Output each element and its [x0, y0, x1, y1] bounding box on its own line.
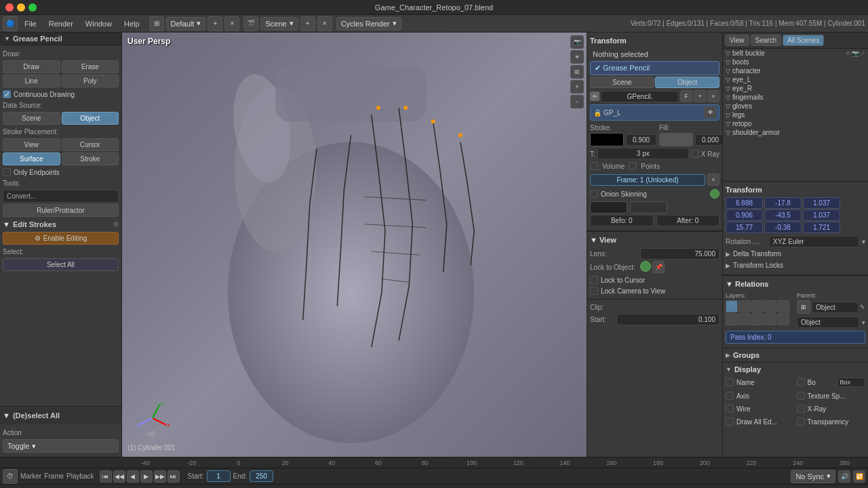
transform-header[interactable]: Transform [590, 35, 719, 47]
grease-pencil-header[interactable]: ▼ Grease Pencil [0, 33, 121, 45]
fill-color-swatch[interactable] [659, 133, 693, 146]
prev-frame-btn[interactable]: ◀ [127, 470, 139, 483]
display-header[interactable]: ▼ Display [726, 365, 865, 373]
onion-after-swatch[interactable] [630, 201, 667, 214]
relations-header[interactable]: ▼ Relations [726, 279, 865, 291]
clip-start-value[interactable]: 0.100 [616, 314, 719, 325]
parent-dropdown-value[interactable]: Object [797, 317, 859, 328]
stroke-color-swatch[interactable] [590, 133, 624, 146]
wire-checkbox[interactable] [726, 405, 734, 413]
after-value[interactable]: After: 0 [656, 215, 720, 226]
start-frame-input[interactable]: 1 [207, 470, 231, 482]
view-btn-outliner[interactable]: View [725, 35, 749, 46]
layout-dropdown[interactable]: Default▾ [166, 17, 206, 30]
lock-obj-btn[interactable]: 📌 [652, 261, 665, 273]
line-button[interactable]: Line [3, 75, 60, 87]
toggle-dropdown[interactable]: Toggle▾ [3, 439, 119, 453]
box-value[interactable]: Box [837, 378, 866, 387]
sun-icon[interactable]: ☀ [570, 50, 584, 64]
rotation-mode[interactable]: XYZ Euler [769, 236, 859, 247]
texture-checkbox[interactable] [797, 392, 805, 400]
goto-end-btn[interactable]: ⏭ [167, 470, 180, 483]
layer-cell-1[interactable] [738, 300, 751, 312]
deselect-header[interactable]: ▼ (De)select All [3, 409, 119, 422]
xray-checkbox[interactable] [797, 405, 805, 413]
name-checkbox[interactable] [726, 378, 734, 386]
cursor-btn[interactable]: Cursor [62, 138, 119, 151]
object-tab[interactable]: Object [655, 77, 719, 88]
view-btn[interactable]: View [3, 138, 60, 151]
edit-strokes-header[interactable]: ▼ Edit Strokes [3, 218, 119, 230]
y1-input[interactable]: 0.906 [726, 209, 763, 221]
frame-input[interactable]: Frame: 1 (Unlocked) [590, 174, 705, 186]
end-frame-input[interactable]: 250 [250, 470, 273, 482]
only-endpoints-checkbox[interactable] [3, 168, 11, 176]
layer-cell-2[interactable] [751, 300, 764, 312]
menu-help[interactable]: Help [119, 18, 145, 29]
audio-icon[interactable]: 🔊 [838, 470, 850, 483]
outliner-item-boots[interactable]: ▽ boots [723, 58, 868, 66]
zoom-out-icon[interactable]: − [570, 95, 584, 108]
onion-checkbox[interactable] [590, 190, 598, 198]
gp-add-btn[interactable]: + [694, 90, 706, 102]
all-scenes-btn[interactable]: All Scenes [783, 35, 824, 46]
layer-cell-6[interactable] [738, 313, 751, 325]
outliner-item-eye-r[interactable]: ▽ eye_R [723, 84, 868, 93]
erase-button[interactable]: Erase [62, 60, 119, 73]
maximize-button[interactable] [28, 3, 37, 12]
add-scene-icon[interactable]: + [300, 16, 315, 31]
t-value[interactable]: 3 px [597, 148, 689, 159]
befo-value[interactable]: Befo: 0 [590, 215, 654, 226]
groups-header[interactable]: ▶ Groups [726, 351, 865, 359]
draw-button[interactable]: Draw [3, 60, 60, 73]
poly-button[interactable]: Poly [62, 75, 119, 87]
surface-btn[interactable]: Surface [3, 152, 60, 165]
x1-input[interactable]: 6.888 [726, 197, 763, 209]
transform-locks-header[interactable]: ▶ Transform Locks [726, 260, 865, 272]
layer-cell-4[interactable] [777, 300, 789, 312]
volume-checkbox[interactable] [590, 162, 598, 170]
remove-screen-icon[interactable]: × [224, 16, 239, 31]
layer-cell-7[interactable] [751, 313, 764, 325]
enable-editing-button[interactable]: ⚙ Enable Editing [3, 232, 119, 245]
outliner-item-belt-buckle[interactable]: ▽ belt buckle 👁 📷 ↗ [723, 49, 868, 58]
engine-dropdown[interactable]: Cycles Render▾ [336, 17, 401, 30]
gp-pencil-input[interactable]: GPencil. [601, 91, 679, 102]
transparency-checkbox[interactable] [797, 418, 805, 426]
edit-strokes-settings[interactable] [113, 222, 119, 227]
next-frame-btn[interactable]: ▶▶ [154, 470, 166, 483]
x2-input[interactable]: -17.8 [764, 197, 802, 209]
gp-remove-btn[interactable]: × [707, 90, 719, 102]
continuous-drawing-checkbox[interactable]: ✓ [3, 90, 11, 98]
camera-icon[interactable]: 📷 [570, 35, 584, 49]
layout-icon[interactable]: ⊞ [149, 16, 164, 31]
outliner-item-retopo[interactable]: ▽ retopo [723, 119, 868, 128]
remove-scene-icon[interactable]: × [317, 16, 332, 31]
outliner-item-shoulder-armor[interactable]: ▽ shoulder_armor [723, 128, 868, 137]
timeline-panel-icon[interactable]: ⏱ [3, 469, 18, 484]
draw-all-checkbox[interactable] [726, 418, 734, 426]
lock-cursor-checkbox[interactable] [590, 276, 598, 284]
lens-value[interactable]: 75.000 [640, 248, 719, 260]
axis-checkbox[interactable] [726, 392, 734, 400]
x-ray-checkbox[interactable] [691, 150, 699, 158]
parent-edit-icon[interactable]: ✎ [860, 304, 865, 310]
viewport-3d[interactable]: -40 User Persp 📷 ☀ ⊞ + − X Y [122, 33, 587, 457]
layer-cell-9[interactable] [777, 313, 789, 325]
lock-camera-checkbox[interactable] [590, 287, 598, 295]
scene-icon[interactable]: 🎬 [243, 16, 258, 31]
z2-input[interactable]: -0.38 [764, 222, 802, 233]
minimize-button[interactable] [17, 3, 25, 12]
close-button[interactable] [5, 3, 14, 12]
add-screen-icon[interactable]: + [208, 16, 222, 31]
grid-icon[interactable]: ⊞ [570, 65, 584, 79]
blender-icon-button[interactable]: 🔵 [3, 16, 18, 31]
view-section-header[interactable]: ▼ View [590, 235, 719, 247]
y3-input[interactable]: 1.037 [803, 209, 840, 221]
layer-cell-8[interactable] [764, 313, 776, 325]
parent-value[interactable]: Object [812, 302, 859, 313]
menu-window[interactable]: Window [80, 18, 117, 29]
layer-cell-3[interactable] [764, 300, 776, 312]
gp-layer-hide[interactable]: 👁 [704, 106, 716, 119]
outliner-item-gloves[interactable]: ▽ gloves [723, 102, 868, 110]
